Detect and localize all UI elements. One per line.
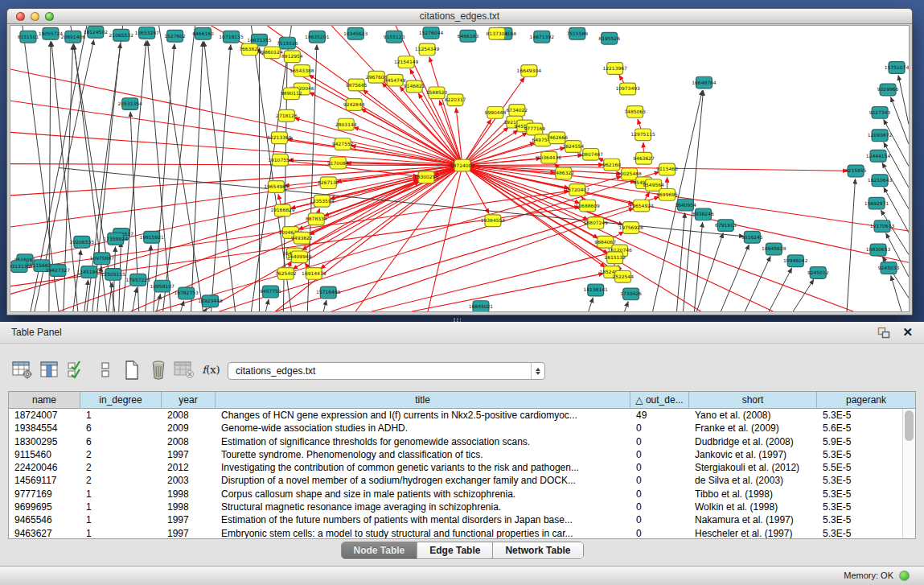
graph-edge[interactable] [133, 287, 137, 311]
graph-edge[interactable] [323, 300, 326, 311]
row-height-icon[interactable] [94, 359, 116, 381]
graph-edge[interactable] [412, 274, 604, 311]
table-row[interactable]: 1830029562008Estimation of significance … [9, 435, 902, 448]
graph-node-label: 2718126 [276, 113, 298, 118]
table-row[interactable]: 946554611997Estimation of the future num… [9, 513, 902, 526]
table-row[interactable]: 1938455462009Genome-wide association stu… [9, 422, 902, 435]
graph-edge[interactable] [109, 282, 113, 311]
network-window[interactable]: citations_edges.txt 18724007815150119055… [6, 8, 913, 315]
table-settings-icon[interactable] [11, 359, 33, 381]
graph-edge[interactable] [625, 302, 629, 311]
table-cell: 0 [630, 513, 689, 526]
table-row[interactable]: 969969511998Structural magnetic resonanc… [9, 501, 902, 513]
graph-edge[interactable] [462, 130, 518, 166]
citation-graph[interactable]: 1872400781515011905572420691406181245022… [10, 26, 909, 311]
graph-node-label: 10719135 [219, 34, 244, 39]
graph-edge[interactable] [884, 120, 909, 167]
table-cell: Disruption of a novel member of a sodium… [216, 474, 630, 487]
graph-edge[interactable] [159, 26, 203, 311]
graph-node-label: 10946042 [783, 257, 808, 263]
select-rows-icon[interactable] [64, 359, 86, 381]
table-row[interactable]: 1872400712008Changes of HCN gene express… [9, 409, 902, 422]
graph-node-label: 12975115 [630, 131, 655, 137]
table-panel: Table Panel ✕ [0, 322, 924, 585]
table-row[interactable]: 977716911998Corpus callosum shape and si… [9, 488, 902, 501]
graph-edge[interactable] [204, 42, 236, 311]
create-table-icon[interactable] [121, 359, 142, 381]
select-columns-icon[interactable] [39, 359, 60, 381]
table-cell: 19384554 [9, 422, 80, 435]
graph-node-label: 8454749 [384, 77, 406, 83]
column-header[interactable]: in_degree [80, 392, 162, 408]
function-builder-icon[interactable]: f(x) [200, 359, 222, 381]
column-header[interactable]: year [162, 392, 216, 408]
minimize-window-icon[interactable] [31, 12, 39, 21]
column-header[interactable]: title [216, 392, 630, 408]
graph-node-label: 20691406 [61, 34, 86, 39]
tab-node-table[interactable]: Node Table [341, 542, 417, 558]
table-body: 1872400712008Changes of HCN gene express… [9, 409, 902, 538]
graph-edge[interactable] [891, 275, 901, 311]
graph-edge[interactable] [157, 294, 161, 311]
desktop-background: citations_edges.txt 18724007815150119055… [0, 0, 924, 322]
network-canvas[interactable]: 1872400781515011905572420691406181245022… [10, 25, 910, 312]
float-panel-icon[interactable] [877, 327, 890, 339]
table-cell: 0 [630, 422, 689, 435]
window-titlebar[interactable]: citations_edges.txt [7, 9, 912, 24]
graph-node-label: 16782753 [174, 290, 199, 295]
table-cell: 9699695 [9, 501, 80, 513]
graph-edge[interactable] [163, 26, 195, 311]
close-panel-icon[interactable]: ✕ [902, 324, 913, 340]
graph-node-label: 9313130 [10, 263, 31, 269]
graph-edge[interactable] [847, 179, 855, 311]
graph-node-label: 12353594 [310, 198, 335, 204]
graph-edge[interactable] [265, 299, 269, 311]
graph-edge[interactable] [769, 268, 791, 311]
graph-node-label: 18300295 [414, 174, 439, 179]
graph-node-label: 7625402 [275, 270, 297, 276]
graph-edge[interactable] [898, 76, 909, 125]
graph-node-label: 12213369 [267, 134, 292, 140]
column-header[interactable]: pagerank [817, 392, 915, 408]
column-header[interactable]: short [689, 392, 817, 408]
table-row[interactable]: 911546021997Tourette syndrome. Phenomeno… [9, 448, 902, 461]
close-window-icon[interactable] [16, 12, 25, 21]
graph-node-label: 9242844 [343, 101, 365, 107]
graph-edge[interactable] [372, 253, 612, 311]
zoom-window-icon[interactable] [45, 12, 54, 21]
table-row[interactable]: 946362711997Embryonic stem cells: a mode… [9, 527, 902, 539]
graph-node-label: 9115460 [656, 166, 678, 171]
table-cell: Hescheler et al. (1997) [689, 527, 817, 539]
vertical-scrollbar[interactable] [902, 409, 915, 538]
combo-stepper-icon[interactable] [531, 363, 544, 379]
table-row[interactable]: 1456911722003Disruption of a novel membe… [9, 474, 902, 487]
graph-edge[interactable] [462, 166, 773, 311]
table-cell: Changes of HCN gene expression and I(f) … [216, 409, 630, 422]
table-selector-combo[interactable]: citations_edges.txt [228, 362, 545, 380]
graph-edge[interactable] [589, 298, 593, 311]
graph-edge[interactable] [721, 245, 749, 311]
graph-edge[interactable] [462, 166, 909, 231]
table-cell: Genome-wide association studies in ADHD. [216, 422, 630, 435]
table-cell: 0 [630, 448, 689, 461]
graph-edge[interactable] [745, 256, 770, 311]
table-row[interactable]: 2242004622012Investigating the contribut… [9, 461, 902, 474]
table-panel-header: Table Panel ✕ [0, 322, 924, 344]
scrollbar-thumb[interactable] [905, 410, 914, 441]
graph-edge[interactable] [677, 212, 685, 311]
column-header[interactable]: △ out_de... [630, 392, 689, 408]
graph-edge[interactable] [330, 166, 462, 200]
tab-network-table[interactable]: Network Table [493, 542, 582, 558]
graph-edge[interactable] [354, 127, 462, 166]
graph-edge[interactable] [155, 176, 622, 311]
graph-node-label: 9549564 [643, 182, 664, 187]
graph-node-label: 19055724 [39, 31, 64, 36]
graph-node-label: 8878334 [306, 216, 327, 221]
delete-table-icon[interactable] [147, 359, 169, 381]
graph-node-label: 10975887 [90, 255, 115, 261]
column-header[interactable]: name [9, 392, 80, 408]
graph-node-label: 15716485 [316, 289, 341, 295]
graph-edge[interactable] [10, 132, 462, 165]
tab-edge-table[interactable]: Edge Table [417, 542, 493, 558]
graph-edge[interactable] [181, 301, 184, 311]
